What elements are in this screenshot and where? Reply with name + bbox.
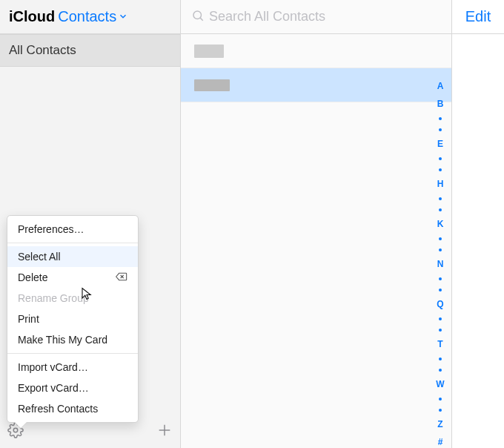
index-letter[interactable]: Z — [437, 420, 442, 429]
search-input[interactable] — [209, 9, 451, 24]
index-dot[interactable] — [439, 409, 442, 412]
index-dot[interactable] — [439, 358, 442, 360]
contact-row[interactable] — [181, 34, 451, 68]
index-dot[interactable] — [439, 237, 442, 240]
index-dot[interactable] — [439, 329, 442, 332]
top-bar: iCloud Contacts Edit — [0, 0, 504, 34]
alphabet-index: A B E H K N Q T — [432, 82, 448, 447]
edit-button[interactable]: Edit — [452, 0, 504, 33]
redacted-name — [194, 79, 230, 91]
index-dot[interactable] — [439, 208, 442, 211]
contact-row[interactable] — [181, 68, 451, 102]
menu-item-import-vcard[interactable]: Import vCard… — [7, 357, 138, 378]
edit-label: Edit — [465, 8, 491, 25]
backspace-icon — [116, 271, 127, 283]
index-dot[interactable] — [439, 277, 442, 280]
index-letter[interactable]: # — [438, 438, 443, 447]
menu-item-make-my-card[interactable]: Make This My Card — [7, 329, 138, 350]
index-letter[interactable]: K — [437, 220, 444, 229]
search-icon — [191, 9, 205, 25]
svg-point-0 — [193, 11, 202, 19]
groups-sidebar: All Contacts Preferences… Select All Del… — [0, 34, 181, 448]
index-dot[interactable] — [439, 289, 442, 291]
contacts-list: A B E H K N Q T — [181, 34, 452, 448]
index-dot[interactable] — [439, 197, 442, 200]
menu-separator — [7, 243, 138, 243]
settings-context-menu: Preferences… Select All Delete Rename — [7, 215, 139, 423]
menu-item-refresh[interactable]: Refresh Contacts — [7, 398, 138, 419]
index-letter[interactable]: H — [437, 179, 444, 189]
chevron-down-icon — [118, 8, 128, 25]
body: All Contacts Preferences… Select All Del… — [0, 34, 504, 448]
index-letter[interactable]: A — [437, 82, 444, 91]
svg-point-4 — [13, 428, 18, 432]
index-letter[interactable]: N — [437, 260, 444, 269]
icloud-contacts-app: iCloud Contacts Edit All Contacts Prefer… — [0, 0, 504, 448]
index-letter[interactable]: W — [436, 380, 444, 389]
index-dot[interactable] — [439, 128, 442, 131]
index-letter[interactable]: T — [437, 340, 442, 349]
menu-item-preferences[interactable]: Preferences… — [7, 219, 138, 240]
menu-item-delete[interactable]: Delete — [7, 267, 138, 288]
contact-detail-panel — [452, 34, 504, 448]
plus-icon[interactable] — [156, 422, 173, 441]
menu-tail — [15, 422, 27, 428]
redacted-name — [194, 45, 224, 58]
app-switcher[interactable]: iCloud Contacts — [0, 0, 181, 33]
index-dot[interactable] — [439, 117, 442, 120]
index-letter[interactable]: B — [437, 99, 444, 109]
sidebar-item-all-contacts[interactable]: All Contacts — [0, 34, 180, 67]
menu-item-rename-group: Rename Group — [7, 288, 138, 309]
menu-item-export-vcard[interactable]: Export vCard… — [7, 378, 138, 398]
sidebar-item-label: All Contacts — [9, 43, 76, 58]
index-letter[interactable]: Q — [437, 300, 443, 309]
index-dot[interactable] — [439, 248, 442, 251]
index-dot[interactable] — [439, 398, 442, 401]
app-name: Contacts — [58, 8, 116, 25]
menu-item-print[interactable]: Print — [7, 309, 138, 329]
menu-separator — [7, 353, 138, 354]
menu-item-select-all[interactable]: Select All — [7, 246, 138, 267]
index-letter[interactable]: E — [437, 139, 443, 149]
brand-prefix: iCloud — [9, 8, 55, 25]
search-bar[interactable] — [181, 0, 452, 33]
index-dot[interactable] — [439, 317, 442, 320]
index-dot[interactable] — [439, 168, 442, 171]
index-dot[interactable] — [439, 157, 442, 160]
svg-line-1 — [200, 18, 203, 21]
index-dot[interactable] — [439, 369, 442, 372]
